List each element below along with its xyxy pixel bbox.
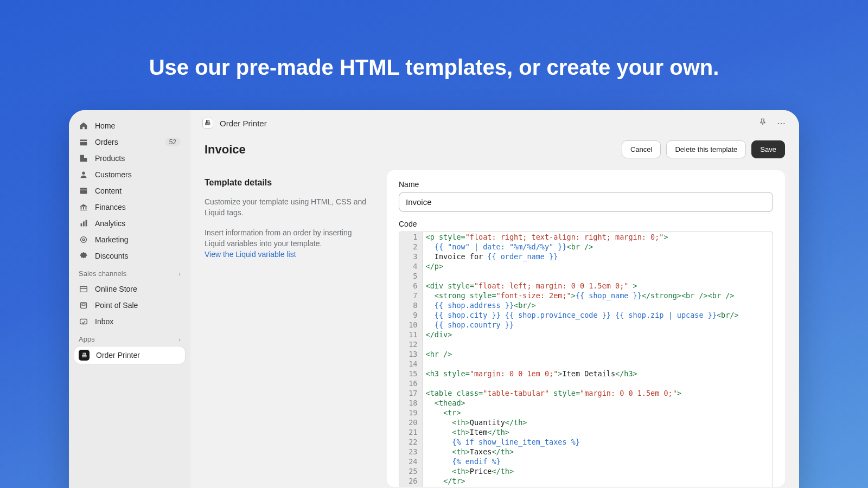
delete-template-button[interactable]: Delete this template (666, 140, 746, 158)
sidebar-section-apps[interactable]: Apps › (74, 330, 185, 346)
liquid-variable-link[interactable]: View the Liquid variable list (205, 250, 296, 259)
name-label: Name (399, 180, 773, 189)
code-line[interactable]: 19 <tr> (399, 408, 773, 418)
code-line[interactable]: 18 <thead> (399, 398, 773, 408)
save-button[interactable]: Save (751, 140, 785, 158)
code-line[interactable]: 7 <strong style="font-size: 2em;">{{ sho… (399, 291, 773, 300)
discounts-icon (79, 251, 88, 261)
sidebar-item-online-store[interactable]: Online Store (74, 281, 185, 297)
code-line[interactable]: 11</div> (399, 330, 773, 339)
sidebar-item-label: Content (95, 187, 181, 195)
sidebar-item-customers[interactable]: Customers (74, 166, 185, 183)
sidebar-item-label: Discounts (95, 252, 181, 260)
sidebar: HomeOrders52ProductsCustomersContentFina… (69, 110, 190, 488)
sidebar-item-marketing[interactable]: Marketing (74, 232, 185, 248)
sidebar-item-home[interactable]: Home (74, 118, 185, 134)
inbox-icon (79, 317, 88, 326)
printer-icon: 🖶 (202, 118, 213, 129)
chevron-right-icon: › (178, 336, 181, 343)
code-line[interactable]: 4</p> (399, 261, 773, 271)
code-line[interactable]: 2 {{ "now" | date: "%m/%d/%y" }}<br /> (399, 242, 773, 252)
template-name-input[interactable] (399, 192, 773, 212)
svg-point-6 (82, 239, 85, 241)
sidebar-item-analytics[interactable]: Analytics (74, 215, 185, 232)
sidebar-item-label: Finances (95, 203, 181, 211)
code-line[interactable]: 1<p style="float: right; text-align: rig… (399, 232, 773, 242)
printer-icon: 🖶 (79, 350, 90, 361)
sidebar-item-finances[interactable]: Finances (74, 199, 185, 215)
pin-button[interactable] (757, 118, 769, 129)
orders-icon (79, 137, 88, 147)
finances-icon (79, 202, 88, 212)
code-line[interactable]: 27 </thead> (399, 486, 773, 487)
code-line[interactable]: 26 </tr> (399, 476, 773, 486)
more-button[interactable]: ⋯ (775, 118, 787, 129)
code-line[interactable]: 6<div style="float: left; margin: 0 0 1.… (399, 281, 773, 291)
code-label: Code (399, 220, 773, 228)
sidebar-item-products[interactable]: Products (74, 150, 185, 166)
svg-rect-2 (81, 223, 82, 226)
code-line[interactable]: 23 <th>Taxes</th> (399, 447, 773, 457)
chevron-right-icon: › (178, 271, 181, 277)
svg-point-5 (81, 237, 87, 243)
online-store-icon (79, 284, 88, 294)
sidebar-item-label: Analytics (95, 219, 181, 228)
code-editor[interactable]: 1<p style="float: right; text-align: rig… (399, 232, 773, 487)
hero-headline: Use our pre-made HTML templates, or crea… (0, 0, 868, 110)
sidebar-item-label: Orders (95, 138, 158, 146)
code-line[interactable]: 3 Invoice for {{ order_name }} (399, 252, 773, 261)
sidebar-item-orders[interactable]: Orders52 (74, 134, 185, 150)
products-icon (79, 153, 88, 163)
svg-point-0 (82, 172, 85, 175)
main-content: 🖶 Order Printer ⋯ Invoice Cancel Delete … (190, 110, 799, 488)
marketing-icon (79, 235, 88, 245)
cancel-button[interactable]: Cancel (622, 140, 661, 158)
sidebar-item-discounts[interactable]: Discounts (74, 248, 185, 264)
code-line[interactable]: 25 <th>Price</th> (399, 466, 773, 476)
sidebar-item-label: Customers (95, 170, 181, 179)
customers-icon (79, 170, 88, 179)
svg-rect-3 (83, 221, 85, 226)
home-icon (79, 121, 88, 131)
point-of-sale-icon (79, 300, 88, 310)
sidebar-item-label: Marketing (95, 235, 181, 244)
code-line[interactable]: 20 <th>Quantity</th> (399, 418, 773, 427)
sidebar-badge: 52 (165, 138, 181, 146)
topbar: 🖶 Order Printer ⋯ (190, 110, 799, 135)
code-line[interactable]: 17<table class="table-tabular" style="ma… (399, 388, 773, 398)
code-line[interactable]: 21 <th>Item</th> (399, 427, 773, 437)
sidebar-app-order-printer[interactable]: 🖶 Order Printer (74, 346, 185, 364)
code-line[interactable]: 12 (399, 339, 773, 349)
page-title: Invoice (205, 143, 616, 157)
sidebar-item-content[interactable]: Content (74, 183, 185, 199)
sidebar-item-label: Home (95, 121, 181, 130)
code-line[interactable]: 9 {{ shop.city }} {{ shop.province_code … (399, 310, 773, 320)
code-line[interactable]: 16 (399, 378, 773, 388)
code-line[interactable]: 15<h3 style="margin: 0 0 1em 0;">Item De… (399, 369, 773, 378)
sidebar-item-point-of-sale[interactable]: Point of Sale (74, 297, 185, 313)
code-line[interactable]: 5 (399, 271, 773, 281)
code-line[interactable]: 10 {{ shop.country }} (399, 320, 773, 330)
code-line[interactable]: 13<hr /> (399, 349, 773, 359)
sidebar-item-label: Inbox (95, 317, 181, 326)
sidebar-item-label: Online Store (95, 285, 181, 293)
svg-rect-7 (80, 287, 87, 292)
template-details-desc1: Customize your template using HTML, CSS … (205, 196, 374, 219)
sidebar-section-sales[interactable]: Sales channels › (74, 264, 185, 281)
code-line[interactable]: 22 {% if show_line_item_taxes %} (399, 437, 773, 447)
svg-rect-9 (82, 304, 85, 305)
content-icon (79, 186, 88, 196)
template-details-heading: Template details (205, 178, 374, 188)
analytics-icon (79, 219, 88, 228)
app-name: Order Printer (220, 119, 750, 128)
template-form-card: Name Code 1<p style="float: right; text-… (387, 170, 785, 487)
app-window: HomeOrders52ProductsCustomersContentFina… (69, 110, 799, 488)
sidebar-item-inbox[interactable]: Inbox (74, 313, 185, 330)
code-line[interactable]: 24 {% endif %} (399, 457, 773, 466)
svg-rect-1 (80, 188, 87, 194)
code-line[interactable]: 8 {{ shop.address }}<br/> (399, 300, 773, 310)
code-line[interactable]: 14 (399, 359, 773, 369)
sidebar-item-label: Products (95, 154, 181, 163)
sidebar-item-label: Point of Sale (95, 301, 181, 310)
template-details-desc2: Insert information from an order by inse… (205, 227, 374, 260)
